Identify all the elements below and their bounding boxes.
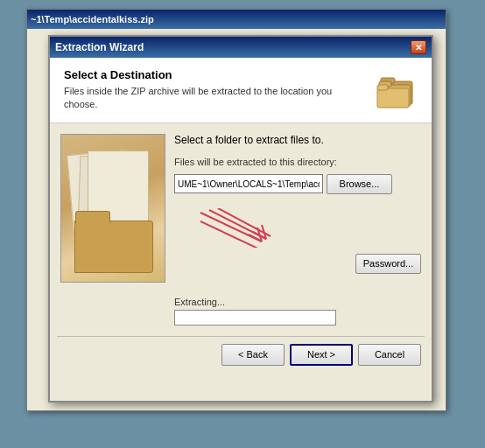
cancel-button[interactable]: Cancel (358, 344, 421, 366)
arrow-svg (192, 208, 297, 248)
folder-tab (75, 211, 110, 223)
path-row: Browse... (174, 174, 421, 194)
wizard-titlebar: Extraction Wizard ✕ (50, 37, 432, 58)
wizard-header: Select a Destination Files inside the ZI… (50, 58, 432, 123)
close-button[interactable]: ✕ (411, 40, 426, 54)
wizard-image (60, 134, 165, 283)
bg-window-titlebar: ~1\Temp\accidentalkiss.zip (27, 10, 446, 29)
extract-dir-label: Files will be extracted to this director… (174, 157, 421, 167)
extracting-section: Extracting... (174, 290, 421, 326)
browse-button[interactable]: Browse... (327, 174, 392, 194)
folder-back (74, 220, 153, 273)
wizard-title: Extraction Wizard (55, 41, 411, 53)
wizard-footer: < Back Next > Cancel (50, 337, 432, 373)
svg-rect-4 (377, 88, 409, 108)
wizard-header-text: Select a Destination Files inside the ZI… (64, 68, 367, 112)
papers-visual (61, 135, 165, 282)
select-folder-label: Select a folder to extract files to. (174, 134, 421, 146)
wizard-image-inner (61, 135, 165, 282)
arrow-decoration (174, 208, 421, 243)
back-button[interactable]: < Back (221, 344, 285, 366)
wizard-dialog: Extraction Wizard ✕ Select a Destination… (48, 35, 433, 402)
wizard-content: Select a folder to extract files to. Fil… (50, 123, 432, 336)
wizard-header-title: Select a Destination (64, 68, 367, 81)
path-input[interactable] (174, 174, 323, 193)
svg-line-7 (200, 221, 262, 248)
password-button[interactable]: Password... (355, 254, 421, 274)
svg-rect-5 (377, 85, 388, 90)
wizard-header-desc: Files inside the ZIP archive will be ext… (64, 85, 367, 112)
next-button[interactable]: Next > (290, 344, 353, 366)
svg-line-9 (218, 208, 271, 236)
wizard-right: Select a folder to extract files to. Fil… (174, 134, 421, 326)
extracting-label: Extracting... (174, 297, 421, 307)
folder-icon (376, 69, 418, 111)
progress-bar-container (174, 310, 336, 326)
desktop: ~1\Temp\accidentalkiss.zip Extraction Wi… (0, 0, 485, 448)
bg-window-title: ~1\Temp\accidentalkiss.zip (31, 14, 442, 24)
